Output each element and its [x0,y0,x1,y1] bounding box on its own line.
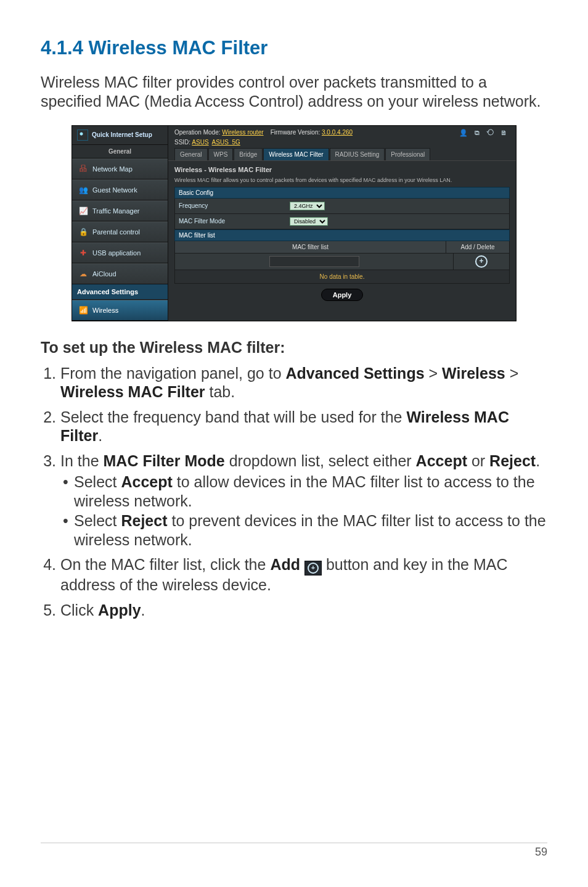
sidebar-item-label: Parental control [92,228,140,236]
sidebar-item-usb-application[interactable]: ✚USB application [72,242,168,263]
firmware-link[interactable]: 3.0.0.4.260 [322,129,353,136]
router-main-panel: Operation Mode: Wireless router Firmware… [168,126,516,321]
sidebar-item-label: Wireless [92,307,118,314]
wand-icon [77,130,88,141]
ssid-line: SSID: ASUS ASUS_5G [168,139,516,148]
frequency-row: Frequency 2.4GHz [174,199,510,214]
step-4: On the MAC filter list, click the Add + … [60,555,547,595]
operation-mode-line: Operation Mode: Wireless router Firmware… [174,129,353,137]
sidebar-item-wireless[interactable]: 📶 Wireless [72,300,168,321]
mac-mode-label: MAC Filter Mode [179,218,290,225]
sidebar-item-label: USB application [92,249,141,257]
guest-network-icon: 👥 [78,185,88,195]
wireless-mac-filter-panel: Wireless - Wireless MAC Filter Wireless … [174,166,510,306]
sidebar-item-parental-control[interactable]: 🔒Parental control [72,221,168,242]
instructions-subhead: To set up the Wireless MAC filter: [41,339,547,357]
panel-description: Wireless MAC filter allows you to contro… [174,177,510,183]
usb-application-icon: ✚ [78,248,88,258]
plus-circle-icon: + [308,563,319,574]
tab-wireless-mac-filter[interactable]: Wireless MAC Filter [263,148,329,160]
step-2: Select the frequency band that will be u… [60,408,547,445]
general-section-label: General [72,145,168,159]
section-heading: 4.1.4 Wireless MAC Filter [41,37,547,59]
parental-control-icon: 🔒 [78,227,88,237]
mac-filter-mode-select[interactable]: Disabled [290,217,328,226]
sidebar-item-label: Traffic Manager [92,207,139,215]
col-action-header: Add / Delete [446,241,509,253]
step-3-sub-1: Select Accept to allow devices in the MA… [74,472,547,510]
tab-professional[interactable]: Professional [385,148,430,160]
quick-internet-setup[interactable]: Quick Internet Setup [72,126,168,145]
sidebar-item-traffic-manager[interactable]: 📈Traffic Manager [72,200,168,221]
page-number: 59 [535,846,547,858]
router-ui-screenshot: Quick Internet Setup General 品Network Ma… [71,125,517,321]
advanced-settings-label: Advanced Settings [72,284,168,300]
tab-radius-setting[interactable]: RADIUS Setting [330,148,385,160]
step-3-sub-2: Select Reject to prevent devices in the … [74,511,547,549]
page-footer: 59 [41,843,547,859]
traffic-manager-icon: 📈 [78,206,88,216]
add-button-image: + [304,561,322,576]
sidebar-item-label: Network Map [92,165,133,173]
panel-title: Wireless - Wireless MAC Filter [174,166,510,173]
sidebar-item-aicloud[interactable]: ☁AiCloud [72,263,168,284]
sidebar-item-label: AiCloud [92,270,116,278]
mac-filter-list-header: MAC filter list [174,229,510,241]
top-right-icons[interactable]: 👤 ⧉ ⟲ 🗎 [459,129,510,137]
step-1: From the navigation panel, go to Advance… [60,364,547,402]
router-sidebar: Quick Internet Setup General 品Network Ma… [72,126,168,321]
wireless-icon: 📶 [78,305,88,315]
sidebar-item-label: Guest Network [92,186,137,194]
network-map-icon: 品 [78,164,88,174]
intro-paragraph: Wireless MAC filter provides control ove… [41,73,547,112]
tab-wps[interactable]: WPS [208,148,234,160]
operation-mode-link[interactable]: Wireless router [222,129,263,136]
tab-general[interactable]: General [174,148,208,160]
no-data-label: No data in table. [174,270,510,284]
tab-bridge[interactable]: Bridge [234,148,263,160]
basic-config-header: Basic Config [174,187,510,199]
frequency-select[interactable]: 2.4GHz [290,202,325,210]
frequency-label: Frequency [179,202,290,209]
ssid-link-1[interactable]: ASUS [192,139,208,146]
instructions-list: From the navigation panel, go to Advance… [41,364,547,620]
mac-mode-row: MAC Filter Mode Disabled [174,214,510,229]
tab-bar: GeneralWPSBridgeWireless MAC FilterRADIU… [168,148,516,161]
sidebar-item-network-map[interactable]: 品Network Map [72,159,168,179]
add-mac-button[interactable]: + [475,255,488,268]
step-3: In the MAC Filter Mode dropdown list, se… [60,452,547,550]
quick-setup-label: Quick Internet Setup [92,131,152,138]
col-mac-header: MAC filter list [175,241,446,253]
mac-address-input[interactable] [269,256,359,267]
mac-filter-table: MAC filter list Add / Delete + No data i… [174,241,510,284]
apply-button[interactable]: Apply [321,289,364,301]
aicloud-icon: ☁ [78,269,88,279]
step-5: Click Apply. [60,601,547,620]
ssid-link-2[interactable]: ASUS_5G [212,139,240,146]
sidebar-item-guest-network[interactable]: 👥Guest Network [72,179,168,200]
